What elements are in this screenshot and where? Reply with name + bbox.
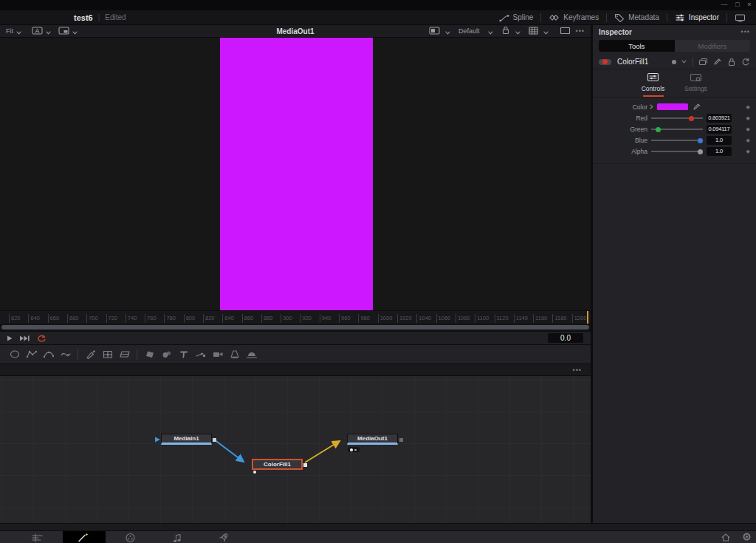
node-enable-toggle[interactable]: [599, 59, 611, 65]
chevron-down-icon[interactable]: [543, 24, 549, 38]
grid-warp-tool-icon[interactable]: [99, 349, 116, 360]
fairlight-page-button[interactable]: [170, 532, 185, 543]
slider-handle[interactable]: [656, 127, 661, 132]
merge-3d-tool-icon[interactable]: [192, 349, 209, 360]
colorfill-view-dot[interactable]: [253, 471, 256, 474]
paint-tool-icon[interactable]: [82, 349, 99, 360]
blue-value-field[interactable]: 1.0: [707, 136, 732, 145]
viewer-dot-left[interactable]: [350, 448, 353, 451]
chevron-right-icon[interactable]: [650, 104, 653, 109]
camera-3d-tool-icon[interactable]: [209, 349, 226, 360]
slider-handle[interactable]: [689, 116, 694, 121]
pick-color-icon[interactable]: [713, 58, 722, 66]
fusion-page-button[interactable]: [76, 532, 91, 543]
slider-handle[interactable]: [698, 149, 703, 154]
dual-display-button[interactable]: [727, 10, 753, 24]
green-value-field[interactable]: 0.094117: [707, 125, 732, 134]
bspline-mask-tool-icon[interactable]: [40, 349, 57, 360]
connection-mediain-colorfill[interactable]: [214, 440, 244, 462]
chevron-down-icon[interactable]: [488, 24, 493, 38]
lock-icon[interactable]: [727, 58, 736, 66]
lut-dropdown[interactable]: Default: [458, 27, 480, 35]
frame-icon[interactable]: [560, 24, 571, 38]
maximize-button[interactable]: □: [732, 1, 743, 8]
planar-tracker-tool-icon[interactable]: [116, 349, 133, 360]
letterbox-icon[interactable]: [32, 24, 43, 38]
deliver-page-button[interactable]: [216, 532, 231, 543]
spot-light-tool-icon[interactable]: [226, 349, 243, 360]
shape-3d-tool-icon[interactable]: [158, 349, 175, 360]
node-color-dot[interactable]: [672, 60, 676, 64]
close-button[interactable]: ×: [744, 1, 755, 8]
skip-to-end-button[interactable]: [19, 335, 30, 342]
image-plane-3d-tool-icon[interactable]: [141, 349, 158, 360]
settings-button[interactable]: [739, 532, 754, 543]
loop-button[interactable]: [36, 334, 47, 343]
keyframes-button[interactable]: Keyframes: [541, 10, 606, 24]
ellipse-mask-tool-icon[interactable]: [6, 349, 23, 360]
minimize-button[interactable]: —: [719, 1, 729, 8]
color-page-button[interactable]: [123, 532, 137, 543]
chevron-down-icon[interactable]: [72, 24, 78, 38]
alpha-value-field[interactable]: 1.0: [707, 147, 732, 156]
keyframe-diamond-icon[interactable]: ◆: [701, 104, 756, 110]
colorfill-output-socket[interactable]: [303, 463, 307, 467]
alpha-slider[interactable]: [651, 146, 703, 156]
node-mediain1[interactable]: MediaIn1: [161, 434, 212, 445]
slider-handle[interactable]: [698, 138, 703, 143]
project-manager-button[interactable]: [718, 532, 733, 543]
chevron-down-icon[interactable]: [46, 24, 51, 38]
renderer-3d-tool-icon[interactable]: [243, 349, 260, 360]
chevron-down-icon[interactable]: [681, 60, 687, 64]
viewer-dot-right[interactable]: [354, 449, 357, 451]
lock-icon[interactable]: [501, 24, 510, 38]
viewer-canvas[interactable]: [0, 38, 591, 310]
red-value-field[interactable]: 0.803921: [707, 114, 732, 123]
node-editor[interactable]: MediaIn1 ColorFill1 MediaOut1: [0, 375, 591, 523]
subview-icon[interactable]: [58, 24, 69, 38]
inspector-options-menu[interactable]: •••: [741, 28, 750, 35]
paint-mask-tool-icon[interactable]: [57, 349, 74, 360]
keyframe-diamond-icon[interactable]: ◆: [732, 126, 756, 132]
green-slider[interactable]: [651, 124, 703, 134]
blue-slider[interactable]: [651, 135, 703, 145]
keyframe-diamond-icon[interactable]: ◆: [732, 115, 756, 121]
node-mediaout1[interactable]: MediaOut1: [347, 434, 398, 445]
connection-colorfill-mediaout[interactable]: [305, 441, 340, 462]
keyframe-diamond-icon[interactable]: ◆: [732, 137, 756, 143]
mediain-output-socket[interactable]: [213, 438, 216, 442]
play-button[interactable]: [6, 335, 13, 342]
chevron-down-icon[interactable]: [515, 24, 520, 38]
viewer-options-menu[interactable]: •••: [576, 27, 585, 35]
inspector-button[interactable]: Inspector: [667, 10, 726, 24]
timeline-scrollbar[interactable]: [1, 325, 589, 329]
text-3d-tool-icon[interactable]: [175, 349, 192, 360]
chevron-down-icon[interactable]: [16, 24, 21, 38]
edit-page-button[interactable]: [30, 532, 44, 543]
current-frame-field[interactable]: 0.0: [548, 333, 583, 343]
node-colorfill1[interactable]: ColorFill1: [252, 459, 303, 470]
subtab-settings[interactable]: Settings: [680, 72, 712, 97]
red-slider[interactable]: [651, 113, 703, 123]
playhead[interactable]: [587, 311, 588, 324]
fit-dropdown[interactable]: Fit: [6, 27, 13, 35]
mediaout-viewer-indicator[interactable]: [348, 447, 360, 452]
color-swatch[interactable]: [657, 103, 688, 110]
grid-icon[interactable]: [529, 24, 538, 38]
versions-icon[interactable]: [698, 58, 708, 66]
channel-icon[interactable]: [429, 24, 440, 38]
reset-icon[interactable]: [741, 58, 750, 66]
spline-button[interactable]: Spline: [492, 10, 541, 24]
subtab-controls[interactable]: Controls: [637, 72, 670, 97]
mediaout-output-socket[interactable]: [399, 438, 403, 442]
polygon-mask-tool-icon[interactable]: [23, 349, 40, 360]
tab-tools[interactable]: Tools: [599, 40, 675, 52]
keyframe-diamond-icon[interactable]: ◆: [732, 148, 756, 154]
node-editor-options-menu[interactable]: •••: [573, 366, 582, 374]
chevron-down-icon[interactable]: [445, 24, 450, 38]
metadata-button[interactable]: Metadata: [607, 10, 667, 24]
mediain-input-arrow[interactable]: [155, 437, 160, 443]
timeline-ruler[interactable]: 6206406606807007207407607808008208408608…: [0, 310, 591, 324]
eyedropper-icon[interactable]: [693, 103, 701, 112]
tab-modifiers[interactable]: Modifiers: [675, 40, 751, 52]
